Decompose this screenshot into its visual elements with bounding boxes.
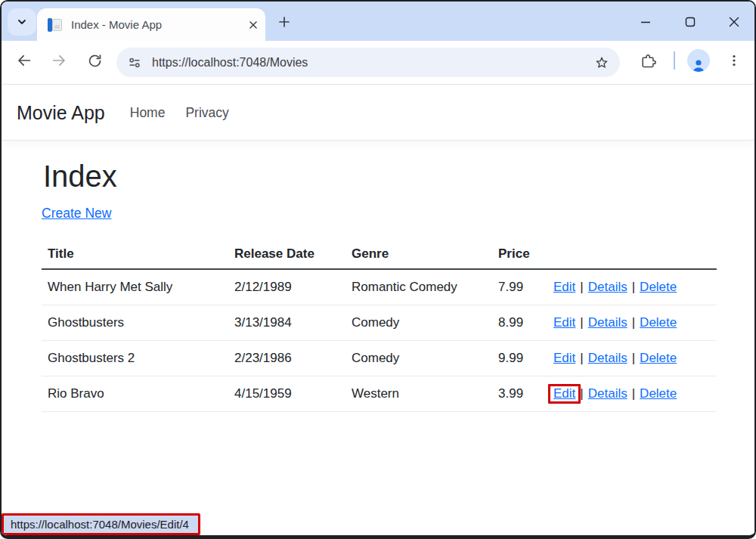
status-url-text: https://localhost:7048/Movies/Edit/4: [11, 518, 189, 531]
cell-price: 9.99: [492, 341, 547, 376]
nav-link-privacy[interactable]: Privacy: [185, 105, 228, 121]
delete-link[interactable]: Delete: [640, 386, 677, 401]
window-close-button[interactable]: [723, 11, 745, 33]
new-tab-button[interactable]: [274, 12, 294, 32]
action-separator: |: [580, 386, 583, 401]
reload-button[interactable]: [83, 49, 106, 72]
kebab-menu-icon: [727, 54, 741, 67]
titlebar: Index - Movie App: [2, 2, 754, 41]
action-separator: |: [580, 351, 583, 365]
maximize-icon: [685, 17, 696, 27]
back-button[interactable]: [13, 49, 36, 72]
url-text: https://localhost:7048/Movies: [152, 56, 588, 70]
cell-title: When Harry Met Sally: [42, 269, 228, 305]
cell-release-date: 2/23/1986: [228, 341, 345, 376]
create-new-link[interactable]: Create New: [42, 206, 111, 221]
table-row: Rio Bravo 4/15/1959 Western 3.99 Edit|De…: [42, 376, 717, 412]
cell-release-date: 4/15/1959: [228, 376, 345, 412]
cell-title: Rio Bravo: [42, 376, 228, 412]
reload-icon: [87, 53, 103, 69]
plus-icon: [278, 16, 290, 28]
edit-link-highlighted[interactable]: Edit: [553, 386, 575, 401]
cell-actions: Edit|Details|Delete: [547, 305, 717, 341]
back-arrow-icon: [16, 52, 33, 69]
cell-price: 8.99: [492, 305, 547, 341]
brand-link[interactable]: Movie App: [17, 102, 105, 124]
window-minimize-button[interactable]: [635, 11, 656, 33]
cell-title: Ghostbusters: [42, 305, 228, 341]
column-header-genre: Genre: [345, 240, 492, 269]
action-separator: |: [632, 315, 635, 330]
tab-close-icon[interactable]: [249, 20, 258, 29]
close-icon: [729, 17, 739, 27]
browser-tab[interactable]: Index - Movie App: [37, 8, 265, 41]
highlight-box: Edit: [548, 384, 581, 404]
cell-actions: Edit|Details|Delete: [547, 341, 717, 376]
table-header-row: Title Release Date Genre Price: [42, 240, 717, 269]
site-info-tune-icon[interactable]: [127, 55, 142, 70]
edit-link[interactable]: Edit: [553, 280, 575, 294]
browser-toolbar: https://localhost:7048/Movies: [2, 41, 754, 85]
delete-link[interactable]: Delete: [640, 351, 677, 365]
address-bar[interactable]: https://localhost:7048/Movies: [116, 48, 620, 77]
tab-title: Index - Movie App: [71, 18, 249, 31]
extensions-button[interactable]: [638, 50, 659, 71]
page-viewport: Movie App Home Privacy Index Create New …: [2, 85, 754, 535]
details-link[interactable]: Details: [588, 280, 627, 294]
extensions-puzzle-icon: [640, 52, 657, 69]
action-separator: |: [632, 386, 635, 401]
browser-menu-button[interactable]: [723, 50, 745, 71]
bookmark-star-icon[interactable]: [594, 55, 609, 70]
cell-genre: Romantic Comedy: [345, 269, 492, 305]
table-row: Ghostbusters 3/13/1984 Comedy 8.99 Edit|…: [42, 305, 717, 341]
chevron-down-icon: [17, 17, 27, 27]
delete-link[interactable]: Delete: [640, 315, 677, 330]
action-separator: |: [632, 280, 635, 294]
action-separator: |: [580, 280, 583, 294]
table-row: When Harry Met Sally 2/12/1989 Romantic …: [42, 269, 717, 305]
action-separator: |: [580, 315, 583, 330]
browser-window: Index - Movie App: [0, 0, 756, 539]
cell-title: Ghostbusters 2: [42, 341, 228, 376]
column-header-release-date: Release Date: [228, 240, 345, 269]
details-link[interactable]: Details: [588, 351, 627, 365]
tab-search-button[interactable]: [8, 8, 36, 36]
main-content: Index Create New Title Release Date Genr…: [2, 158, 754, 412]
table-row: Ghostbusters 2 2/23/1986 Comedy 9.99 Edi…: [42, 341, 717, 376]
page-title: Index: [43, 158, 754, 194]
action-separator: |: [632, 351, 635, 365]
cell-release-date: 3/13/1984: [228, 305, 345, 341]
toolbar-separator: [674, 51, 675, 70]
profile-person-icon: [691, 58, 706, 72]
window-maximize-button[interactable]: [680, 11, 701, 33]
edit-link[interactable]: Edit: [553, 315, 575, 330]
edit-link[interactable]: Edit: [553, 351, 575, 365]
nav-link-home[interactable]: Home: [130, 105, 166, 121]
minimize-icon: [640, 17, 651, 27]
column-header-title: Title: [42, 240, 228, 269]
cell-price: 7.99: [492, 269, 547, 305]
profile-avatar[interactable]: [687, 49, 710, 72]
status-bubble: https://localhost:7048/Movies/Edit/4: [2, 513, 200, 535]
forward-button[interactable]: [48, 49, 70, 72]
cell-genre: Western: [345, 376, 492, 412]
forward-arrow-icon: [51, 52, 67, 69]
cell-price: 3.99: [492, 376, 547, 412]
cell-genre: Comedy: [345, 305, 492, 341]
cell-actions: Edit|Details|Delete: [547, 269, 717, 305]
cell-actions: Edit|Details|Delete: [547, 376, 717, 412]
favicon-document-icon: [48, 17, 63, 33]
details-link[interactable]: Details: [588, 315, 627, 330]
delete-link[interactable]: Delete: [640, 280, 677, 294]
column-header-price: Price: [492, 240, 547, 269]
site-navbar: Movie App Home Privacy: [2, 85, 754, 141]
cell-genre: Comedy: [345, 341, 492, 376]
column-header-actions: [547, 240, 717, 269]
details-link[interactable]: Details: [588, 386, 627, 401]
movies-table: Title Release Date Genre Price When Harr…: [42, 240, 717, 412]
cell-release-date: 2/12/1989: [228, 269, 345, 305]
